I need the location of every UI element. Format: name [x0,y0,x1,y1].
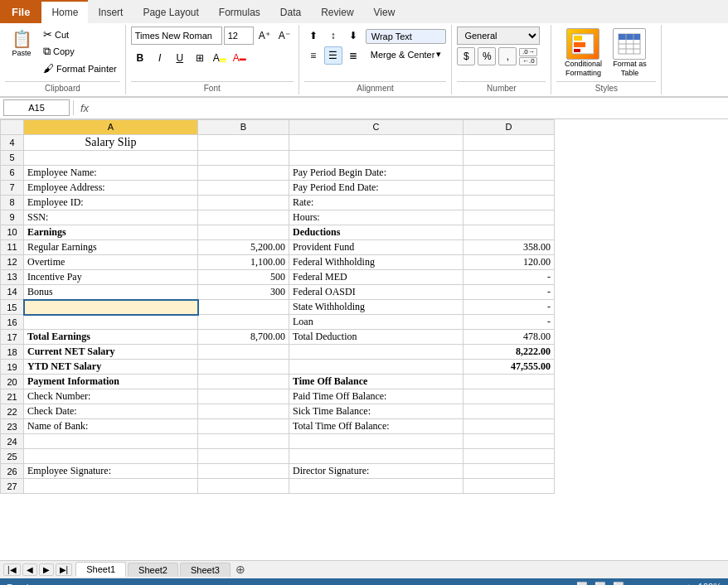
cut-button[interactable]: ✂ Cut [40,27,120,42]
cell[interactable]: 358.00 [463,239,555,254]
row-header[interactable]: 18 [1,345,24,360]
cell[interactable]: Provident Fund [289,239,463,254]
tab-data[interactable]: Data [270,0,311,23]
align-top-button[interactable]: ⬆ [304,27,323,45]
row-header[interactable]: 15 [1,300,24,315]
align-left-button[interactable]: ≡ [304,46,323,65]
merge-dropdown-icon[interactable]: ▾ [436,49,441,60]
col-header-A[interactable]: A [24,119,198,134]
cell[interactable]: YTD NET Salary [24,360,198,375]
row-header[interactable]: 9 [1,210,24,225]
tab-insert[interactable]: Insert [88,0,133,23]
cell[interactable]: Earnings [24,225,198,239]
cell[interactable]: 120.00 [463,254,555,269]
align-bottom-button[interactable]: ⬇ [344,27,362,45]
cell[interactable] [463,464,555,479]
cell[interactable]: 478.00 [463,330,555,345]
cell[interactable]: Check Date: [24,404,198,419]
cell[interactable] [198,345,289,360]
cell[interactable] [289,134,463,150]
row-header[interactable]: 6 [1,165,24,180]
cell[interactable] [463,225,555,239]
row-header[interactable]: 26 [1,464,24,479]
add-sheet-button[interactable]: ⊕ [232,563,249,576]
cell[interactable]: Total Time Off Balance: [289,419,463,434]
cell[interactable] [198,315,289,330]
normal-view-icon[interactable]: ⬜ [576,582,588,585]
row-header[interactable]: 16 [1,315,24,330]
cell[interactable] [198,449,289,464]
formula-input[interactable] [95,99,725,116]
sheet-nav-next[interactable]: ▶ [39,563,54,576]
row-header[interactable]: 11 [1,239,24,254]
cell[interactable]: Rate: [289,195,463,210]
cell[interactable] [198,225,289,239]
cell[interactable]: 1,100.00 [198,254,289,269]
cell[interactable] [289,150,463,165]
cell[interactable] [198,300,289,315]
font-shrink-button[interactable]: A⁻ [275,27,294,45]
row-header[interactable]: 14 [1,284,24,300]
tab-home[interactable]: Home [41,0,88,23]
conditional-formatting-button[interactable]: Conditional Formatting [561,28,604,78]
cell[interactable] [289,434,463,449]
cell[interactable] [198,210,289,225]
border-button[interactable]: ⊞ [191,49,209,67]
font-grow-button[interactable]: A⁺ [255,27,274,45]
col-header-B[interactable]: B [198,119,289,134]
font-size-input[interactable] [224,27,254,45]
cell[interactable]: Sick Time Balance: [289,404,463,419]
cell[interactable]: Overtime [24,254,198,269]
cell[interactable] [463,479,555,494]
cell[interactable]: Salary Slip [24,134,198,150]
currency-button[interactable]: $ [457,47,475,65]
copy-button[interactable]: ⧉ Copy [40,43,120,60]
cell[interactable] [24,479,198,494]
name-box[interactable] [3,99,70,116]
row-header[interactable]: 20 [1,375,24,389]
fill-color-button[interactable]: A▬ [211,49,229,67]
cell[interactable] [463,134,555,150]
tab-page-layout[interactable]: Page Layout [133,0,208,23]
decrease-decimal-button[interactable]: ←.0 [519,57,537,65]
cell[interactable] [463,389,555,404]
cell[interactable]: - [463,300,555,315]
font-name-input[interactable] [131,27,222,45]
row-header[interactable]: 4 [1,134,24,150]
cell[interactable]: Federal MED [289,269,463,284]
cell[interactable] [463,419,555,434]
cell[interactable]: Pay Period Begin Date: [289,165,463,180]
cell[interactable] [463,195,555,210]
row-header[interactable]: 12 [1,254,24,269]
font-color-button[interactable]: A▬ [231,49,249,67]
sheet-nav-first[interactable]: |◀ [3,563,21,576]
cell[interactable]: Federal Withholding [289,254,463,269]
sheet-nav-prev[interactable]: ◀ [22,563,37,576]
cell[interactable] [198,180,289,195]
cell[interactable] [24,434,198,449]
tab-formulas[interactable]: Formulas [209,0,270,23]
file-tab[interactable]: File [0,0,41,23]
row-header[interactable]: 27 [1,479,24,494]
percent-button[interactable]: % [478,47,496,65]
format-as-table-button[interactable]: Format as Table [608,28,651,78]
wrap-text-button[interactable]: Wrap Text [366,29,447,44]
cell[interactable] [463,165,555,180]
align-right-button[interactable]: ≣ [344,46,362,65]
spreadsheet-container[interactable]: A B C D 4Salary Slip56Employee Name:Pay … [0,119,728,560]
cell[interactable] [198,195,289,210]
cell[interactable]: SSN: [24,210,198,225]
cell[interactable] [463,434,555,449]
col-header-D[interactable]: D [463,119,555,134]
cell[interactable]: Employee ID: [24,195,198,210]
cell[interactable]: - [463,269,555,284]
cell[interactable]: Employee Address: [24,180,198,195]
cell[interactable]: Current NET Salary [24,345,198,360]
align-center-button[interactable]: ☰ [324,46,342,65]
row-header[interactable]: 10 [1,225,24,239]
cell[interactable]: Deductions [289,225,463,239]
cell[interactable] [289,449,463,464]
row-header[interactable]: 24 [1,434,24,449]
zoom-out-icon[interactable]: − [631,582,636,585]
increase-decimal-button[interactable]: .0→ [519,48,537,56]
